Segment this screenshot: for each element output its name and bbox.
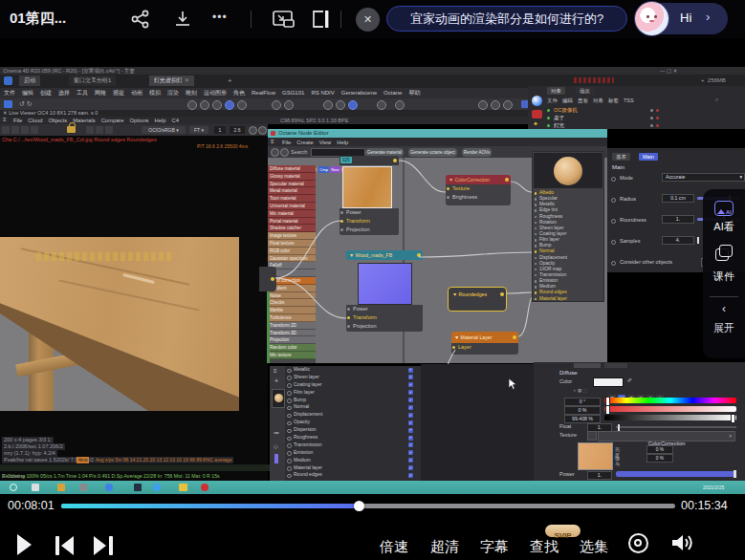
close-button[interactable]: ✕	[356, 8, 380, 32]
object-manager-menu-item[interactable]: 查看	[578, 97, 588, 104]
c4d-menu-item[interactable]: 创建	[40, 88, 52, 98]
object-manager-menu-item[interactable]: 对象	[593, 97, 603, 104]
channel-row[interactable]: Round edges	[285, 471, 421, 479]
share-icon[interactable]	[130, 10, 151, 29]
more-icon[interactable]: •••	[212, 11, 228, 24]
channel-checkbox[interactable]	[408, 405, 413, 410]
taskbar-icon[interactable]	[134, 484, 142, 491]
menu-icon[interactable]: ≡	[271, 139, 274, 144]
channel-checkbox[interactable]	[408, 413, 413, 418]
node-port[interactable]: Projection	[340, 226, 399, 234]
live-viewer-menu-item[interactable]: Cloud	[28, 118, 42, 123]
toolbar-icon[interactable]	[395, 100, 405, 110]
channel-checkbox[interactable]	[408, 398, 413, 402]
node-category-chip[interactable]: New	[330, 166, 340, 173]
node-type-item[interactable]: Mix material	[268, 210, 316, 218]
object-tree-row[interactable]: 桌子	[545, 114, 736, 121]
c4d-menu-item[interactable]: 网格	[95, 88, 106, 98]
output-port-dot[interactable]	[513, 335, 516, 339]
ai-watch-label[interactable]: AI看	[703, 220, 745, 234]
node-editor-button[interactable]: Generate octane object	[408, 148, 457, 157]
toolbar-icon[interactable]	[336, 100, 345, 110]
val-slider[interactable]	[604, 415, 736, 420]
taskbar-icon[interactable]	[179, 484, 187, 491]
speed-button[interactable]: 倍速	[380, 538, 408, 556]
c4d-menu-item[interactable]: Octane	[383, 88, 402, 98]
output-port-dot[interactable]	[500, 292, 504, 296]
node-editor-menu-item[interactable]: View	[319, 140, 331, 145]
toolbar-icon-active[interactable]	[225, 100, 234, 110]
viewport[interactable]	[0, 237, 239, 411]
node-type-item[interactable]: Random color	[268, 344, 316, 352]
quality-button[interactable]: 超清	[430, 538, 459, 556]
node-type-item[interactable]: Portal material	[268, 218, 316, 226]
pip-icon[interactable]	[272, 9, 296, 30]
taskbar-search-icon[interactable]	[10, 484, 17, 491]
toolbar-icon[interactable]	[272, 100, 281, 110]
channel-row[interactable]: Sheen layer	[285, 374, 421, 381]
channel-row[interactable]: Coating layer	[285, 381, 421, 389]
power-slider[interactable]	[616, 471, 736, 477]
node-type-item[interactable]: Universal material	[268, 203, 316, 210]
node-type-item[interactable]: Shadow catcher	[268, 225, 316, 232]
channel-row[interactable]: Opacity	[285, 419, 421, 426]
c4d-menu-item[interactable]: 选择	[58, 88, 70, 98]
channel-checkbox[interactable]	[408, 382, 413, 387]
toolbar-icon[interactable]	[200, 100, 209, 110]
hue-value[interactable]: 0 °	[564, 398, 601, 406]
tab-main[interactable]: Main	[639, 153, 658, 161]
toolbar-icon[interactable]	[284, 100, 294, 110]
taskbar-icon[interactable]	[79, 484, 87, 491]
node-type-item[interactable]: Metal material	[268, 187, 316, 195]
lv-tool-circle[interactable]	[258, 126, 267, 135]
live-viewer-menu-item[interactable]: Materials	[73, 118, 96, 123]
list-icon[interactable]: ≔	[274, 429, 279, 436]
add-icon[interactable]: +	[274, 377, 278, 384]
node-material[interactable]: AlbedoSpecularMetallicEdge tintRoughness…	[532, 151, 604, 302]
fullscreen-icon[interactable]	[713, 533, 732, 551]
c4d-menu-item[interactable]: 动画	[131, 88, 142, 98]
channel-row[interactable]: Emission	[285, 449, 421, 457]
taskbar-icon[interactable]	[105, 484, 113, 491]
node-dock[interactable]	[259, 267, 276, 291]
om-search-icon[interactable]: ⌕	[715, 97, 718, 103]
object-manager-menu-item[interactable]: TSS	[624, 97, 634, 103]
texture-preview-swatch[interactable]	[578, 442, 613, 470]
channel-checkbox[interactable]	[408, 442, 413, 447]
channel-row[interactable]: Medium	[285, 457, 421, 464]
toolbar-icon[interactable]	[377, 100, 386, 110]
texture-mini-box[interactable]	[587, 431, 597, 441]
node-type-item[interactable]: Image texture	[268, 232, 316, 240]
channel-row[interactable]: Dispersion	[285, 426, 421, 434]
play-button[interactable]	[17, 534, 32, 555]
toolbar-icon[interactable]	[491, 100, 500, 110]
toolbar-icon[interactable]	[237, 100, 247, 110]
c4d-menu-item[interactable]: RealFlow	[252, 88, 275, 98]
object-manager-menu-item[interactable]: 文件	[547, 97, 558, 104]
material-ball-thumb[interactable]	[272, 389, 285, 408]
radius-value[interactable]: 0.1 cm	[662, 194, 694, 203]
node-colorcorrection[interactable]: ▼ ColorCorrection TextureBrightness	[446, 175, 511, 208]
lv-tool-circle[interactable]	[249, 126, 257, 135]
color-swatch[interactable]	[593, 377, 624, 387]
node-port[interactable]: Power	[346, 305, 423, 313]
sat-slider[interactable]	[604, 406, 736, 412]
channel-row[interactable]: Displacement	[285, 411, 421, 419]
toolbar-icon[interactable]	[187, 100, 197, 110]
node-port[interactable]: Projection	[346, 322, 423, 331]
channel-row[interactable]: Normal	[285, 403, 421, 411]
roundness-value[interactable]: 1.	[662, 215, 694, 224]
panel-tab[interactable]	[574, 363, 601, 368]
node-editor-menu-item[interactable]: File	[282, 140, 291, 145]
object-manager-menu-item[interactable]: 编辑	[562, 97, 573, 104]
toolbar-icon[interactable]	[212, 100, 222, 110]
live-viewer-menu-item[interactable]: Objects	[49, 118, 68, 123]
node-port[interactable]: Layer	[451, 343, 518, 352]
node-editor-button[interactable]: Render AOVs	[462, 148, 493, 157]
c4d-menu-item[interactable]: Generalscene	[341, 88, 377, 98]
lv-tool-icon[interactable]	[86, 126, 94, 134]
next-episode-button[interactable]	[94, 536, 115, 555]
courseware-label[interactable]: 课件	[703, 269, 745, 284]
channel-checkbox[interactable]	[408, 473, 413, 478]
live-viewer-logo-icon[interactable]	[532, 96, 542, 106]
